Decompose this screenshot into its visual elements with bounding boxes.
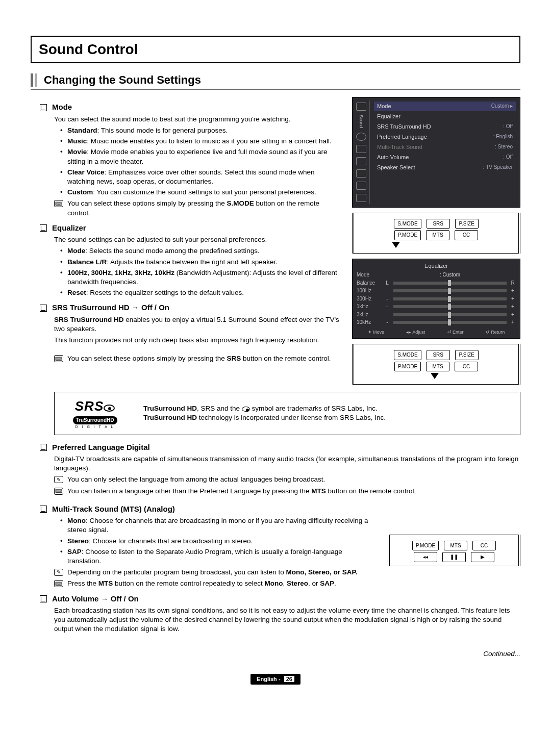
osd-row: Equalizer bbox=[374, 112, 516, 121]
page-title: Sound Control bbox=[39, 40, 512, 59]
osd-row: Multi-Track Sound: Stereo bbox=[374, 142, 516, 152]
list-item: SAP: Choose to listen to the Separate Au… bbox=[60, 547, 378, 566]
remote-diagram-3: P.MODE MTS CC ◂◂ ❚❚ ▶ bbox=[388, 535, 520, 566]
osd-sound-menu: Sound Mode: Custom ▸ Equalizer SRS TruSu… bbox=[352, 97, 520, 207]
srs-note: ⌨ You can select these options simply by… bbox=[54, 354, 342, 363]
eq-row: BalanceLR bbox=[357, 280, 516, 287]
srs-logo-pill: TruSurroundHD bbox=[73, 416, 117, 424]
eq-row: 1kHz-+ bbox=[357, 303, 516, 310]
srs-heading-text: SRS TruSurround HD → Off / On bbox=[52, 303, 169, 313]
equalizer-intro: The sound settings can be adjusted to su… bbox=[54, 235, 342, 244]
page-title-box: Sound Control bbox=[31, 36, 520, 63]
autovol-heading: Auto Volume → Off / On bbox=[40, 594, 520, 604]
list-item: Mono: Choose for channels that are broad… bbox=[60, 516, 378, 535]
osd-side-label: Sound bbox=[358, 115, 364, 128]
srs-heading: SRS TruSurround HD → Off / On bbox=[40, 303, 342, 313]
preflang-note2: ⌨ You can listen in a language other tha… bbox=[54, 487, 520, 496]
eq-row: 3kHz-+ bbox=[357, 311, 516, 318]
equalizer-heading: Equalizer bbox=[40, 223, 342, 233]
page-footer: English - 26 bbox=[31, 674, 520, 685]
osd-row: Speaker Select: TV Speaker bbox=[374, 163, 516, 172]
preflang-heading: Preferred Language Digital bbox=[40, 442, 520, 452]
picture-icon bbox=[356, 145, 366, 153]
autovol-desc: Each broadcasting station has its own si… bbox=[54, 606, 520, 634]
continued-label: Continued... bbox=[40, 649, 520, 659]
smode-button: S.MODE bbox=[394, 219, 421, 229]
note-icon: ✎ bbox=[54, 476, 63, 483]
eq-footer: ✦ Move◂▸ Adjust⏎ Enter↺ Return bbox=[357, 329, 516, 335]
cc-button: CC bbox=[455, 362, 478, 372]
oval-icon bbox=[242, 407, 250, 412]
list-item: Stereo: Choose for channels that are bro… bbox=[60, 537, 378, 546]
srs-button: SRS bbox=[427, 219, 450, 229]
equalizer-list: Mode: Selects the sound mode among the p… bbox=[60, 246, 342, 297]
eq-title: Equalizer bbox=[357, 262, 516, 270]
srs-button: SRS bbox=[427, 350, 450, 360]
section-bars-icon bbox=[31, 73, 39, 87]
mode-intro: You can select the sound mode to best su… bbox=[54, 115, 342, 124]
section-title: Changing the Sound Settings bbox=[44, 72, 201, 88]
remote-diagram-2: S.MODE SRS P.SIZE P.MODE MTS CC bbox=[352, 344, 520, 385]
checkbox-icon bbox=[40, 506, 47, 513]
list-item: 100Hz, 300Hz, 1kHz, 3kHz, 10kHz (Bandwid… bbox=[60, 268, 342, 287]
smode-button: S.MODE bbox=[394, 350, 421, 360]
mode-heading: Mode bbox=[40, 102, 342, 112]
mts-heading-text: Multi-Track Sound (MTS) (Analog) bbox=[52, 504, 175, 514]
list-item: Reset: Resets the equalizer settings to … bbox=[60, 288, 342, 297]
osd-row: Mode: Custom ▸ bbox=[374, 102, 516, 111]
checkbox-icon bbox=[40, 595, 47, 602]
pmode-button: P.MODE bbox=[412, 541, 439, 551]
mts-button: MTS bbox=[426, 230, 449, 240]
remote-diagram-1: S.MODE SRS P.SIZE P.MODE MTS CC bbox=[352, 213, 520, 254]
remote-icon: ⌨ bbox=[54, 355, 63, 362]
mode-list: Standard: This sound mode is for general… bbox=[60, 126, 342, 197]
checkbox-icon bbox=[40, 444, 47, 451]
list-item: Clear Voice: Emphasizes voice over other… bbox=[60, 168, 342, 186]
cc-button: CC bbox=[472, 541, 496, 551]
remote-icon: ⌨ bbox=[54, 488, 63, 495]
remote-icon: ⌨ bbox=[54, 200, 63, 207]
input-icon bbox=[356, 169, 366, 178]
osd-row: Preferred Language: English bbox=[374, 132, 516, 142]
srs-p2: This function provides not only rich dee… bbox=[54, 336, 342, 345]
osd-row: SRS TruSurround HD: Off bbox=[374, 122, 516, 132]
pmode-button: P.MODE bbox=[394, 230, 421, 240]
oval-icon bbox=[104, 405, 115, 412]
preflang-heading-text: Preferred Language Digital bbox=[52, 442, 150, 452]
list-item: Music: Music mode enables you to listen … bbox=[60, 137, 342, 146]
psize-button: P.SIZE bbox=[455, 350, 479, 360]
eq-row: 300Hz-+ bbox=[357, 295, 516, 303]
speaker-icon bbox=[356, 133, 366, 141]
arrow-down-icon bbox=[431, 373, 439, 379]
eq-mode-row: Mode: Custom bbox=[357, 271, 516, 279]
srs-logo: SRS TruSurroundHD D I G I T A L bbox=[62, 397, 128, 430]
srs-trademark-box: SRS TruSurroundHD D I G I T A L TruSurro… bbox=[54, 392, 520, 435]
equalizer-heading-text: Equalizer bbox=[52, 223, 86, 233]
play-button: ▶ bbox=[471, 552, 494, 562]
osd-rows: Mode: Custom ▸ Equalizer SRS TruSurround… bbox=[370, 100, 520, 204]
checkbox-icon bbox=[40, 224, 47, 232]
list-item: Movie: Movie mode enables you to experie… bbox=[60, 147, 342, 166]
note-icon: ✎ bbox=[54, 569, 63, 576]
checkbox-icon bbox=[40, 305, 47, 312]
srs-logo-sub: D I G I T A L bbox=[62, 424, 128, 429]
pause-button: ❚❚ bbox=[442, 552, 466, 562]
rewind-button: ◂◂ bbox=[414, 552, 437, 562]
help-icon bbox=[356, 194, 366, 202]
checkbox-icon bbox=[40, 104, 47, 111]
mts-list: Mono: Choose for channels that are broad… bbox=[60, 516, 378, 566]
osd-equalizer: Equalizer Mode: Custom BalanceLR 100Hz-+… bbox=[352, 259, 520, 339]
pmode-button: P.MODE bbox=[394, 362, 421, 372]
remote-icon: ⌨ bbox=[54, 580, 63, 587]
mts-button: MTS bbox=[426, 362, 449, 372]
autovol-heading-text: Auto Volume → Off / On bbox=[52, 594, 139, 604]
srs-trademark-text: TruSurround HD, SRS and the symbol are t… bbox=[143, 404, 386, 422]
list-item: Balance L/R: Adjusts the balance between… bbox=[60, 258, 342, 267]
mts-note2: ⌨ Press the MTS button on the remote con… bbox=[54, 579, 378, 588]
mts-button: MTS bbox=[444, 541, 467, 551]
section-heading: Changing the Sound Settings bbox=[31, 72, 520, 90]
list-item: Custom: You can customize the sound sett… bbox=[60, 188, 342, 197]
mode-heading-text: Mode bbox=[52, 102, 72, 112]
mts-heading: Multi-Track Sound (MTS) (Analog) bbox=[40, 504, 378, 514]
list-item: Standard: This sound mode is for general… bbox=[60, 126, 342, 135]
